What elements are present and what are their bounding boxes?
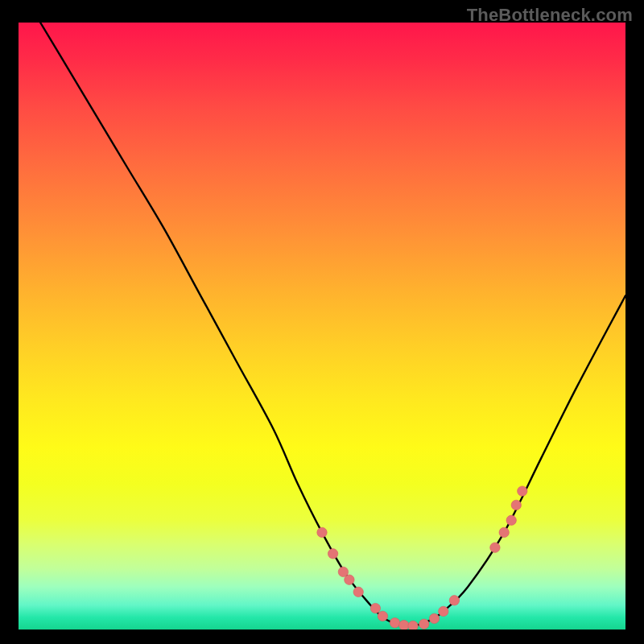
data-point — [353, 587, 363, 597]
data-point — [490, 543, 500, 552]
bottleneck-curve — [40, 23, 625, 626]
data-point — [449, 596, 459, 605]
data-point — [408, 621, 418, 630]
data-point — [378, 611, 387, 621]
plot-area — [19, 23, 625, 630]
data-point — [499, 527, 509, 537]
data-point — [506, 515, 516, 525]
data-point — [370, 603, 380, 613]
marker-group — [317, 486, 527, 630]
data-point — [429, 613, 439, 623]
data-point — [328, 549, 337, 559]
data-point — [399, 621, 409, 630]
watermark-text: TheBottleneck.com — [467, 5, 633, 26]
chart-frame: TheBottleneck.com — [0, 0, 644, 644]
data-point — [390, 618, 399, 628]
chart-svg — [19, 23, 625, 630]
data-point — [511, 500, 521, 510]
data-point — [439, 606, 448, 616]
data-point — [345, 575, 354, 584]
data-point — [518, 486, 527, 496]
data-point — [317, 527, 327, 537]
data-point — [419, 619, 429, 629]
